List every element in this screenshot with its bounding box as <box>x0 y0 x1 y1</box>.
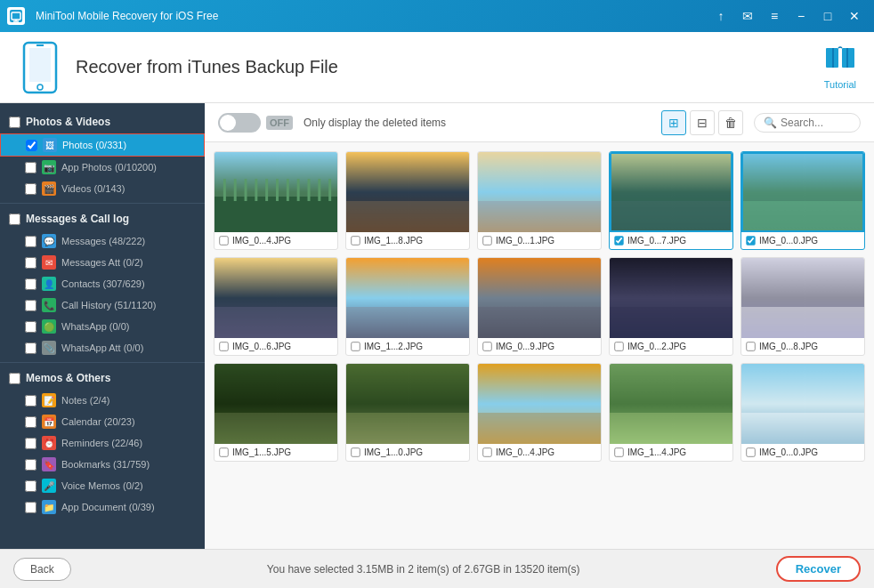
item-checkbox-1-5[interactable] <box>25 342 36 354</box>
photo-checkbox[interactable] <box>746 236 755 245</box>
tutorial-button[interactable]: Tutorial <box>824 44 856 90</box>
item-checkbox-1-0[interactable] <box>25 236 36 247</box>
photo-item[interactable]: IMG_0...4.JPG <box>477 363 602 462</box>
item-checkbox-0-2[interactable] <box>25 183 36 195</box>
photo-item[interactable]: IMG_0...0.JPG <box>740 151 865 250</box>
item-checkbox-1-4[interactable] <box>25 321 36 333</box>
photo-item[interactable]: IMG_0...8.JPG <box>740 257 865 356</box>
photo-label: IMG_1...0.JPG <box>346 444 469 461</box>
photo-filename: IMG_1...2.JPG <box>364 342 423 351</box>
photo-label: IMG_1...8.JPG <box>346 232 469 249</box>
maximize-button[interactable]: □ <box>815 4 840 28</box>
sidebar-item-2-2[interactable]: ⏰ Reminders (22/46) <box>0 432 205 454</box>
photo-item[interactable]: IMG_0...0.JPG <box>740 363 865 462</box>
category-checkbox-0[interactable] <box>9 117 20 128</box>
item-icon-0-2: 🎬 <box>42 181 56 196</box>
photo-checkbox[interactable] <box>614 342 623 350</box>
photo-checkbox[interactable] <box>746 342 755 350</box>
photo-item[interactable]: IMG_0...2.JPG <box>609 257 733 356</box>
photo-item[interactable]: IMG_1...8.JPG <box>345 151 470 250</box>
photo-item[interactable]: IMG_1...5.JPG <box>214 363 338 462</box>
svg-rect-11 <box>846 48 848 68</box>
item-checkbox-0-0[interactable] <box>26 140 37 151</box>
sidebar-item-2-0[interactable]: 📝 Notes (2/4) <box>0 390 205 411</box>
item-checkbox-1-3[interactable] <box>25 300 36 311</box>
toggle-switch[interactable]: OFF <box>218 113 293 133</box>
photo-thumbnail <box>610 258 732 338</box>
sidebar-item-1-1[interactable]: ✉ Messages Att (0/2) <box>0 252 205 273</box>
photo-label: IMG_0...2.JPG <box>610 338 732 355</box>
item-checkbox-0-1[interactable] <box>25 162 36 173</box>
photo-checkbox[interactable] <box>219 447 228 456</box>
table-view-button[interactable]: ⊟ <box>690 110 715 135</box>
item-checkbox-2-5[interactable] <box>25 502 36 513</box>
delete-view-button[interactable]: 🗑 <box>718 110 743 135</box>
photo-label: IMG_0...0.JPG <box>741 444 864 461</box>
item-checkbox-2-4[interactable] <box>25 480 36 492</box>
sidebar-item-1-4[interactable]: 🟢 WhatsApp (0/0) <box>0 316 205 337</box>
photo-checkbox[interactable] <box>351 447 360 456</box>
category-checkbox-2[interactable] <box>9 373 20 384</box>
photo-item[interactable]: IMG_1...0.JPG <box>345 363 470 462</box>
sidebar-item-1-5[interactable]: 📎 WhatsApp Att (0/0) <box>0 337 205 358</box>
menu-button[interactable]: ≡ <box>762 4 787 28</box>
search-input[interactable] <box>781 117 852 129</box>
close-button[interactable]: ✕ <box>842 4 867 28</box>
photo-checkbox[interactable] <box>614 447 623 456</box>
sidebar-item-2-4[interactable]: 🎤 Voice Memos (0/2) <box>0 475 205 496</box>
sidebar-item-2-3[interactable]: 🔖 Bookmarks (31/759) <box>0 454 205 475</box>
photo-thumbnail <box>214 152 337 232</box>
category-header-1[interactable]: Messages & Call log <box>0 207 205 230</box>
app-title: MiniTool Mobile Recovery for iOS Free <box>36 10 218 22</box>
sidebar-item-0-1[interactable]: 📷 App Photos (0/10200) <box>0 157 205 178</box>
item-checkbox-1-1[interactable] <box>25 257 36 269</box>
item-checkbox-1-2[interactable] <box>25 278 36 290</box>
search-box[interactable]: 🔍 <box>754 113 861 133</box>
mail-button[interactable]: ✉ <box>735 4 760 28</box>
photo-filename: IMG_0...0.JPG <box>759 236 818 246</box>
item-checkbox-2-2[interactable] <box>25 438 36 449</box>
photo-label: IMG_0...9.JPG <box>478 338 601 355</box>
photo-item[interactable]: IMG_0...4.JPG <box>214 151 338 250</box>
photo-filename: IMG_0...8.JPG <box>759 342 818 351</box>
sidebar-item-1-0[interactable]: 💬 Messages (48/222) <box>0 230 205 252</box>
grid-view-button[interactable]: ⊞ <box>661 110 686 135</box>
sidebar-item-1-2[interactable]: 👤 Contacts (307/629) <box>0 273 205 294</box>
item-checkbox-2-1[interactable] <box>25 416 36 428</box>
photo-checkbox[interactable] <box>614 236 623 245</box>
photo-checkbox[interactable] <box>482 236 491 245</box>
category-header-0[interactable]: Photos & Videos <box>0 110 205 133</box>
photo-checkbox[interactable] <box>746 447 755 456</box>
photo-item[interactable]: IMG_1...2.JPG <box>345 257 470 356</box>
category-header-2[interactable]: Memos & Others <box>0 366 205 390</box>
photo-checkbox[interactable] <box>351 342 360 350</box>
status-text: You have selected 3.15MB in 2 item(s) of… <box>71 563 776 576</box>
photo-item[interactable]: IMG_1...4.JPG <box>609 363 733 462</box>
item-icon-2-4: 🎤 <box>42 479 56 493</box>
photo-thumbnail <box>478 364 601 444</box>
sidebar-item-2-5[interactable]: 📁 App Document (0/39) <box>0 496 205 518</box>
upload-button[interactable]: ↑ <box>708 4 733 28</box>
item-checkbox-2-0[interactable] <box>25 395 36 407</box>
item-checkbox-2-3[interactable] <box>25 459 36 471</box>
toggle-control[interactable] <box>218 113 261 133</box>
sidebar: Photos & Videos 🖼 Photos (0/331) 📷 App P… <box>0 103 205 549</box>
sidebar-item-1-3[interactable]: 📞 Call History (51/1120) <box>0 294 205 316</box>
photo-checkbox[interactable] <box>219 342 228 350</box>
photo-item[interactable]: IMG_0...9.JPG <box>477 257 602 356</box>
sidebar-item-0-0[interactable]: 🖼 Photos (0/331) <box>0 133 205 157</box>
minimize-button[interactable]: − <box>789 4 813 28</box>
photo-checkbox[interactable] <box>351 236 360 245</box>
back-button[interactable]: Back <box>13 558 71 581</box>
photo-checkbox[interactable] <box>482 447 491 456</box>
photo-item[interactable]: IMG_0...7.JPG <box>609 151 733 250</box>
photo-item[interactable]: IMG_0...1.JPG <box>477 151 602 250</box>
category-checkbox-1[interactable] <box>9 213 20 225</box>
sidebar-item-0-2[interactable]: 🎬 Videos (0/143) <box>0 178 205 199</box>
photo-checkbox[interactable] <box>482 342 491 350</box>
photo-item[interactable]: IMG_0...6.JPG <box>214 257 338 356</box>
recover-button[interactable]: Recover <box>776 556 861 582</box>
photo-checkbox[interactable] <box>219 236 228 245</box>
sidebar-item-2-1[interactable]: 📅 Calendar (20/23) <box>0 411 205 432</box>
photo-thumbnail <box>478 152 601 232</box>
